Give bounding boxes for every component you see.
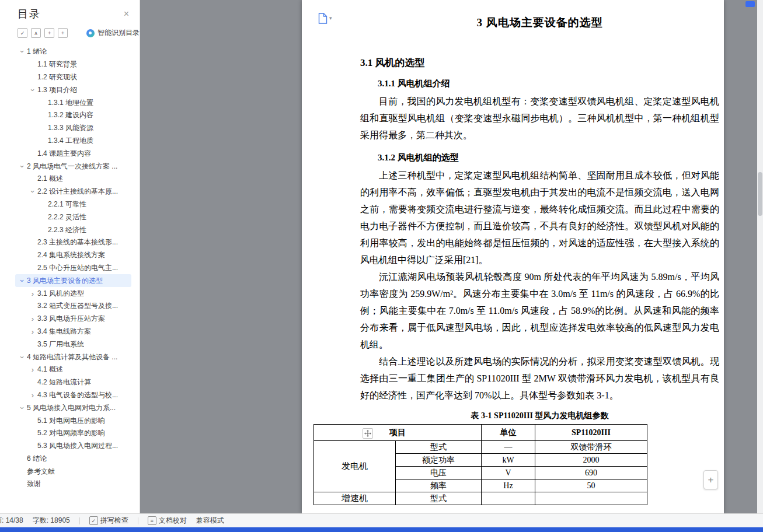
page-format-widget[interactable]: ▾ (318, 13, 332, 24)
table-header-cell: 单位 (482, 425, 535, 441)
toc-item[interactable]: ›2.2 设计主接线的基本原... (15, 186, 131, 198)
toc-item-label: 2.2.1 可靠性 (48, 200, 86, 209)
scrollbar-thumb[interactable] (758, 172, 762, 216)
toc-item[interactable]: 5.2 对电网频率的影响 (15, 427, 131, 440)
toc-item-label: 3.1 风机的选型 (37, 289, 84, 299)
toc-item[interactable]: 6 结论 (15, 453, 131, 466)
toc-item-label: 5.3 风电场接入电网过程... (37, 441, 118, 451)
vertical-scrollbar[interactable] (757, 0, 763, 513)
paragraph: 目前，我国的风力发电机组机型有：变桨变速型双馈风电机组、定桨定速型风电机组和直驱… (360, 93, 719, 144)
chevron-down-icon[interactable]: › (29, 187, 37, 197)
page-indicator[interactable]: 页面: 14/38 (0, 516, 23, 526)
subsection-heading: 3.1.2 风电机组的选型 (360, 152, 719, 163)
toc-item[interactable]: 1.3.1 地理位置 (15, 96, 131, 109)
proofread-button[interactable]: ≡ 文档校对 (148, 516, 187, 526)
toc-add-icon[interactable]: ＋ (58, 28, 68, 38)
toc-item[interactable]: 4.2 短路电流计算 (15, 376, 131, 389)
table-cell: 690 (535, 467, 647, 480)
toc-item[interactable]: 致谢 (15, 478, 131, 491)
chevron-down-icon[interactable]: › (19, 352, 26, 362)
chevron-down-icon[interactable]: › (19, 162, 26, 171)
table-add-column-button[interactable]: + (703, 470, 718, 489)
toc-panel-header: 目录 × (0, 0, 140, 21)
chevron-down-icon[interactable]: › (19, 276, 26, 285)
chevron-right-icon[interactable]: › (28, 366, 37, 373)
toc-item[interactable]: ›1 绪论 (15, 46, 131, 58)
chevron-down-icon[interactable]: › (19, 47, 26, 57)
app-window: 目录 × ✓ ∧ ＋ ＋ 智能识别目录 ›1 绪论1.1 研究背景1.2 研究现… (0, 0, 763, 532)
toc-item[interactable]: 1.3.2 建设内容 (15, 109, 131, 122)
toc-item[interactable]: 1.3.3 风能资源 (15, 122, 131, 135)
toc-item-label: 2.4 集电系统接线方案 (37, 250, 105, 260)
toc-item[interactable]: 2.4 集电系统接线方案 (15, 249, 131, 262)
collapse-ribbon-button[interactable] (745, 1, 755, 7)
smart-identify-toc-label: 智能识别目录 (97, 28, 140, 38)
toc-item-label: 2.5 中心升压站的电气主... (37, 263, 118, 273)
toc-item[interactable]: ›3 风电场主要设备的选型 (15, 274, 131, 287)
toc-item-label: 2.2.2 灵活性 (48, 212, 86, 222)
toc-item[interactable]: 1.1 研究背景 (15, 58, 131, 71)
toc-item[interactable]: 2.2.3 经济性 (15, 223, 131, 236)
toc-item-label: 1.3.4 工程地质 (48, 136, 93, 146)
table-cell: Hz (482, 480, 535, 492)
toc-item[interactable]: ›3.3 风电场升压站方案 (15, 313, 131, 326)
chevron-right-icon[interactable]: › (28, 315, 37, 323)
toc-item[interactable]: 5.1 对电网电压的影响 (15, 414, 131, 427)
document-canvas: 3 风电场主要设备的选型3.1 风机的选型3.1.1 风电机组介绍目前，我国的风… (140, 0, 763, 513)
toc-item-label: 1.3.2 建设内容 (48, 110, 93, 120)
toc-item[interactable]: 参考文献 (15, 465, 131, 478)
toc-item[interactable]: 2.1 概述 (15, 173, 131, 186)
toc-item[interactable]: 2.2.2 灵活性 (15, 211, 131, 223)
table-cell: 型式 (396, 492, 482, 505)
toc-item-label: 1.3 项目介绍 (37, 85, 77, 95)
toc-check-icon[interactable]: ✓ (18, 28, 27, 38)
chevron-down-icon[interactable]: › (19, 403, 26, 412)
close-icon[interactable]: × (124, 9, 129, 19)
table-group-cell: 增速机 (314, 492, 396, 505)
spell-check-button[interactable]: ✓ 拼写检查 (89, 516, 128, 526)
paragraph: 上述三种机型中，定桨定速型风电机组结构简单、坚固耐用且成本较低，但对风能的利用率… (360, 167, 719, 268)
toc-tree: ›1 绪论1.1 研究背景1.2 研究现状›1.3 项目介绍1.3.1 地理位置… (0, 46, 140, 491)
table-caption: 表 3-1 SP11020III 型风力发电机组参数 (360, 411, 719, 421)
table-cell: 型式 (396, 441, 482, 454)
toc-item[interactable]: 1.3.4 工程地质 (15, 135, 131, 148)
toc-item[interactable]: 2.3 主接线的基本接线形... (15, 236, 131, 249)
toc-item[interactable]: 2.5 中心升压站的电气主... (15, 262, 131, 275)
toc-item-label: 3.3 风电场升压站方案 (37, 314, 105, 324)
toc-item[interactable]: ›1.3 项目介绍 (15, 83, 131, 96)
toc-collapse-icon[interactable]: ∧ (31, 28, 41, 38)
chevron-right-icon[interactable]: › (28, 391, 37, 399)
toc-expand-icon[interactable]: ＋ (44, 28, 54, 38)
chevron-right-icon[interactable]: › (28, 290, 37, 298)
toc-item[interactable]: ›2 风电场电气一次接线方案 ... (15, 160, 131, 173)
table-header-cell: SP11020III (535, 425, 647, 441)
toc-panel: 目录 × ✓ ∧ ＋ ＋ 智能识别目录 ›1 绪论1.1 研究背景1.2 研究现… (0, 0, 140, 513)
word-count[interactable]: 字数: 18905 (33, 516, 70, 526)
document-page[interactable]: 3 风电场主要设备的选型3.1 风机的选型3.1.1 风电机组介绍目前，我国的风… (302, 0, 724, 513)
toc-item[interactable]: ›3.4 集电线路方案 (15, 326, 131, 338)
paragraph: 结合上述理论以及所建风电场的实际情况的分析，拟采用变桨变速型双馈风机。现选择由三… (360, 353, 719, 404)
compat-mode-badge[interactable]: 兼容模式 (196, 516, 224, 526)
proofread-label: 文档校对 (159, 516, 187, 526)
toc-item[interactable]: ›5 风电场接入电网对电力系... (15, 401, 131, 414)
toc-item[interactable]: 5.3 风电场接入电网过程... (15, 440, 131, 453)
table-row: 发电机型式—双馈带滑环 (314, 441, 647, 454)
chevron-down-icon[interactable]: › (29, 85, 37, 94)
spec-table-body: 发电机型式—双馈带滑环额定功率kW2000电压V690频率Hz50增速机型式 (314, 441, 647, 505)
toc-item[interactable]: ›4.3 电气设备的选型与校... (15, 389, 131, 402)
toc-item[interactable]: 1.2 研究现状 (15, 71, 131, 84)
toc-item[interactable]: 2.2.1 可靠性 (15, 198, 131, 211)
smart-identify-toc-button[interactable]: 智能识别目录 (86, 28, 140, 38)
toc-item-label: 1.3.1 地理位置 (48, 98, 93, 108)
toc-item[interactable]: 1.4 课题主要内容 (15, 147, 131, 160)
toc-item[interactable]: ›4.1 概述 (15, 363, 131, 376)
toc-item[interactable]: ›4 短路电流计算及其他设备 ... (15, 351, 131, 363)
toc-item-label: 1.2 研究现状 (37, 72, 77, 82)
toc-item[interactable]: 3.2 箱式变压器型号及接... (15, 300, 131, 313)
toc-item[interactable]: 3.5 厂用电系统 (15, 338, 131, 351)
toc-toolbar: ✓ ∧ ＋ ＋ 智能识别目录 (0, 21, 140, 38)
toc-item[interactable]: ›3.1 风机的选型 (15, 287, 131, 300)
chevron-right-icon[interactable]: › (28, 328, 37, 335)
toc-item-label: 致谢 (27, 479, 41, 489)
table-move-handle[interactable] (363, 428, 373, 439)
